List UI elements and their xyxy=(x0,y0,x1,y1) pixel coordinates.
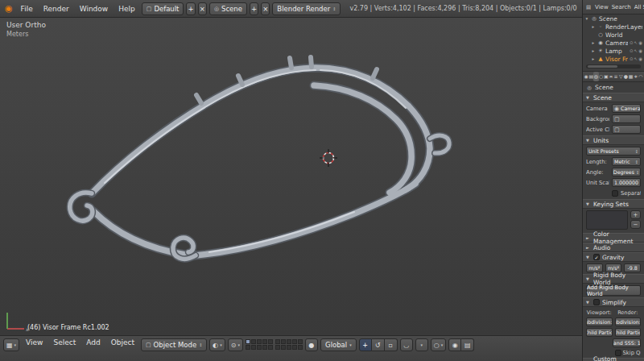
snap-element-selector[interactable]: ▾ xyxy=(415,338,428,351)
panel-header-units[interactable]: ▼ Units xyxy=(583,135,644,145)
layer-toggle[interactable] xyxy=(292,339,297,344)
layer-toggle[interactable] xyxy=(268,345,273,350)
layer-toggle[interactable] xyxy=(298,339,303,344)
properties-tab-physics[interactable]: ◠ xyxy=(638,72,643,81)
manipulator-scale-button[interactable]: ▫ xyxy=(385,338,398,351)
panel-header-custom-properties[interactable]: ► Custom Properties xyxy=(583,358,644,361)
outliner-editor-icon[interactable]: ▤ xyxy=(585,4,592,10)
outliner-item-lamp[interactable]: ▸ ☀ Lamp ⊙ ↖ ◉ xyxy=(583,47,644,55)
panel-header-simplify[interactable]: ▼ Simplify xyxy=(583,297,644,307)
simplify-render-child-particles-field[interactable]: Child Particl xyxy=(615,328,642,337)
mode-selector[interactable]: ▢ Object Mode ↕ xyxy=(141,338,207,351)
restrict-select-icon[interactable]: ↖ xyxy=(634,48,638,53)
lock-to-scene-toggle[interactable]: ● xyxy=(305,338,318,351)
background-set-selector[interactable]: ▢ xyxy=(612,114,641,123)
layer-toggle[interactable] xyxy=(281,339,286,344)
panel-header-color-management[interactable]: ► Color Management xyxy=(583,233,644,243)
restrict-view-icon[interactable]: ⊙ xyxy=(630,48,634,53)
outliner-item-renderlayer[interactable]: ▸ ◦ RenderLayer xyxy=(583,23,644,31)
manipulator-rotate-button[interactable]: ↺ xyxy=(372,338,385,351)
menu-help[interactable]: Help xyxy=(114,5,139,13)
layer-toggle[interactable] xyxy=(268,339,273,344)
restrict-select-icon[interactable]: ↖ xyxy=(634,40,638,45)
layer-toggle[interactable] xyxy=(262,345,267,350)
expander-icon[interactable]: ▾ xyxy=(584,16,589,21)
scene-camera-selector[interactable]: ◉ Camera ▾ xyxy=(612,104,641,113)
close-scene-button[interactable]: × xyxy=(261,2,270,15)
keying-sets-list[interactable] xyxy=(586,210,628,230)
outliner-menu-view[interactable]: View xyxy=(595,4,609,10)
add-scene-button[interactable]: + xyxy=(250,2,258,15)
transform-orientation-selector[interactable]: Global ▾ xyxy=(320,338,357,351)
panel-header-gravity[interactable]: ▼ ✓ Gravity xyxy=(583,252,644,262)
expander-icon[interactable]: ▸ xyxy=(591,40,596,45)
layer-toggle[interactable] xyxy=(287,339,291,344)
separate-units-checkbox[interactable] xyxy=(612,190,618,197)
outliner-display-mode[interactable]: All Sce xyxy=(634,4,644,10)
layer-toggle[interactable] xyxy=(257,345,262,350)
unit-scale-field[interactable]: 1.000000 xyxy=(612,178,641,187)
proportional-edit-selector[interactable]: ○ ▾ xyxy=(431,338,447,351)
menu-viewport-view[interactable]: View xyxy=(22,338,47,346)
layer-toggle[interactable] xyxy=(298,345,303,350)
simplify-ao-sss-field[interactable]: AO and SSS: 1.00 xyxy=(613,338,642,347)
expander-icon[interactable]: ▸ xyxy=(591,48,596,53)
outliner-scrollbar[interactable] xyxy=(586,64,641,68)
restrict-render-icon[interactable]: ◉ xyxy=(638,40,642,45)
menu-file[interactable]: File xyxy=(17,5,37,13)
render-engine-selector[interactable]: Blender Render ↕ xyxy=(272,2,341,15)
pivot-point-selector[interactable]: ⊙ ▾ xyxy=(228,338,243,351)
restrict-view-icon[interactable]: ⊙ xyxy=(630,56,634,61)
active-clip-selector[interactable]: ▢ xyxy=(612,125,641,134)
render-view-button[interactable]: ▤ xyxy=(461,338,474,351)
menu-viewport-add[interactable]: Add xyxy=(82,338,104,346)
restrict-view-icon[interactable]: ⊙ xyxy=(630,40,634,45)
panel-header-scene[interactable]: ▼ Scene xyxy=(583,93,644,102)
menu-viewport-select[interactable]: Select xyxy=(49,338,80,346)
outliner-menu-search[interactable]: Search xyxy=(612,4,631,10)
add-layout-button[interactable]: + xyxy=(186,2,195,15)
layer-toggle[interactable] xyxy=(262,339,267,344)
menu-window[interactable]: Window xyxy=(76,5,113,13)
restrict-render-icon[interactable]: ◉ xyxy=(638,48,642,53)
scene-selector[interactable]: ◎ Scene xyxy=(209,2,247,15)
simplify-checkbox[interactable] xyxy=(593,299,600,305)
layer-toggle[interactable] xyxy=(251,339,256,344)
snap-toggle[interactable]: ◡ xyxy=(400,338,413,351)
menu-render[interactable]: Render xyxy=(39,5,73,13)
gravity-checkbox[interactable]: ✓ xyxy=(593,254,600,260)
layer-toggle[interactable] xyxy=(257,339,262,344)
expander-icon[interactable]: ▸ xyxy=(591,56,596,61)
layer-toggle[interactable] xyxy=(246,339,250,344)
screen-layout-selector[interactable]: ▢ Default xyxy=(142,2,184,15)
simplify-render-subdivision-field[interactable]: Subdivision: 6 xyxy=(615,317,642,326)
panel-header-keying-sets[interactable]: ▼ Keying Sets xyxy=(583,199,644,209)
editor-type-button[interactable]: ▦ ▾ xyxy=(3,338,19,351)
add-rigid-body-world-button[interactable]: Add Rigid Body World xyxy=(586,285,641,296)
outliner-item-world[interactable]: ○ World xyxy=(583,31,644,39)
layer-toggle[interactable] xyxy=(287,345,291,350)
remove-keying-set-button[interactable]: − xyxy=(630,220,641,229)
add-keying-set-button[interactable]: + xyxy=(630,210,641,219)
panel-header-rigid-body-world[interactable]: ▼ Rigid Body World xyxy=(583,274,644,284)
visor-frame-model[interactable] xyxy=(70,57,449,259)
layer-toggle[interactable] xyxy=(246,345,250,350)
outliner-item-scene[interactable]: ▾ ◎ Scene xyxy=(583,15,644,23)
layer-toggle[interactable] xyxy=(292,345,297,350)
layer-toggle[interactable] xyxy=(275,339,280,344)
viewport-shading-selector[interactable]: ◐ ▾ xyxy=(209,338,225,351)
manipulator-translate-button[interactable]: + xyxy=(359,338,372,351)
close-layout-button[interactable]: × xyxy=(198,2,207,15)
outliner-item-visor-frame[interactable]: ▸ ▲ Visor Frame ⊙ ↖ ◉ xyxy=(583,55,644,63)
3d-viewport[interactable]: User Ortho Meters (46) Visor Frame Rc1.0… xyxy=(0,18,582,335)
layer-toggle[interactable] xyxy=(251,345,256,350)
simplify-viewport-child-particles-field[interactable]: Child Particl xyxy=(586,328,613,337)
restrict-render-icon[interactable]: ◉ xyxy=(638,56,642,61)
layer-toggle[interactable] xyxy=(275,345,280,350)
simplify-viewport-subdivision-field[interactable]: Subdivision: 6 xyxy=(586,317,613,326)
unit-presets-dropdown[interactable]: Unit Presets ↕ xyxy=(586,147,641,156)
angle-dropdown[interactable]: Degrees ↕ xyxy=(612,168,641,176)
blender-logo-icon[interactable]: ◉ xyxy=(3,3,14,14)
restrict-select-icon[interactable]: ↖ xyxy=(634,56,638,61)
layer-toggle[interactable] xyxy=(281,345,286,350)
